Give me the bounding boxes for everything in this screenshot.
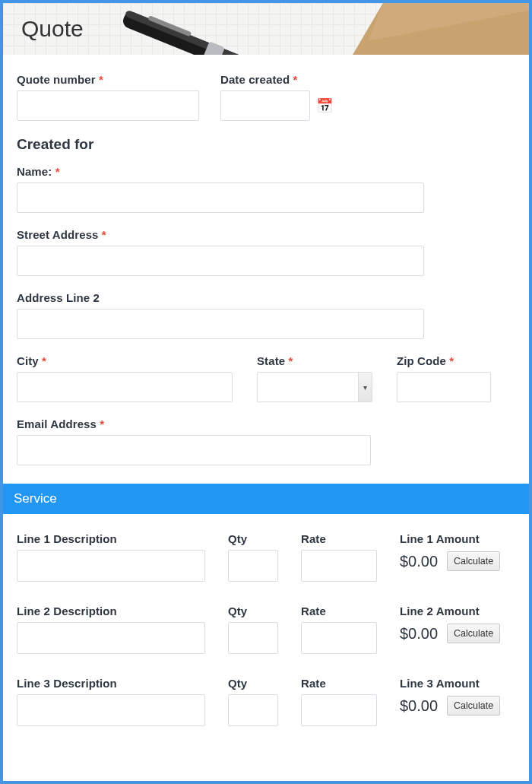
zip-input[interactable] [397,372,491,402]
line-desc-label: Line 2 Description [17,605,205,617]
addr2-input[interactable] [17,309,424,339]
line1-rate-input[interactable] [301,550,377,582]
line2-desc-input[interactable] [17,622,205,654]
line3-desc-input[interactable] [17,694,205,726]
rate-label: Rate [301,605,377,617]
line-amount-label: Line 3 Amount [400,677,509,690]
line1-calculate-button[interactable]: Calculate [447,551,500,571]
city-input[interactable] [17,372,233,402]
state-label: State * [257,354,372,367]
date-created-label: Date created * [220,73,333,86]
line1-amount-value: $0.00 [400,553,438,570]
state-field: State * ▾ [257,354,372,402]
addr2-field: Address Line 2 [17,291,424,339]
created-for-heading: Created for [17,136,515,153]
addr2-label: Address Line 2 [17,291,424,304]
qty-label: Qty [228,605,278,617]
line3-qty-input[interactable] [228,694,278,726]
email-field: Email Address * [17,417,371,465]
service-line: Line 3 Description Qty Rate Line 3 Amoun… [17,677,515,726]
line2-amount-value: $0.00 [400,625,438,643]
line3-rate-input[interactable] [301,694,377,726]
line2-calculate-button[interactable]: Calculate [447,624,500,643]
service-line: Line 1 Description Qty Rate Line 1 Amoun… [17,532,515,582]
calendar-icon[interactable]: 📅 [316,97,333,114]
state-select[interactable] [257,372,372,402]
line-desc-label: Line 1 Description [17,532,205,545]
email-label: Email Address * [17,417,371,430]
zip-field: Zip Code * [397,354,491,402]
zip-label: Zip Code * [397,354,491,367]
page-title: Quote [21,16,84,42]
service-line: Line 2 Description Qty Rate Line 2 Amoun… [17,605,515,654]
line-amount-label: Line 2 Amount [400,605,509,617]
qty-label: Qty [228,532,278,545]
email-input[interactable] [17,435,371,465]
page-header: Quote [3,3,529,55]
street-input[interactable] [17,246,424,276]
qty-label: Qty [228,677,278,690]
street-field: Street Address * [17,228,424,276]
line2-qty-input[interactable] [228,622,278,654]
name-input[interactable] [17,183,424,213]
line1-desc-input[interactable] [17,550,205,582]
name-label: Name: * [17,165,424,178]
rate-label: Rate [301,677,377,690]
street-label: Street Address * [17,228,424,241]
city-label: City * [17,354,233,367]
name-field: Name: * [17,165,424,213]
quote-number-field: Quote number * [17,73,199,121]
quote-number-label: Quote number * [17,73,199,86]
line3-amount-value: $0.00 [400,697,438,715]
service-section: Line 1 Description Qty Rate Line 1 Amoun… [3,514,529,726]
line-amount-label: Line 1 Amount [400,532,509,545]
line1-qty-input[interactable] [228,550,278,582]
quote-number-input[interactable] [17,90,199,121]
line2-rate-input[interactable] [301,622,377,654]
rate-label: Rate [301,532,377,545]
service-section-header: Service [3,484,529,514]
date-created-field: Date created * 📅 [220,73,333,121]
line-desc-label: Line 3 Description [17,677,205,690]
date-created-input[interactable] [220,90,310,121]
quote-meta-section: Quote number * Date created * 📅 Created … [3,55,529,484]
line3-calculate-button[interactable]: Calculate [447,696,500,716]
city-field: City * [17,354,233,402]
